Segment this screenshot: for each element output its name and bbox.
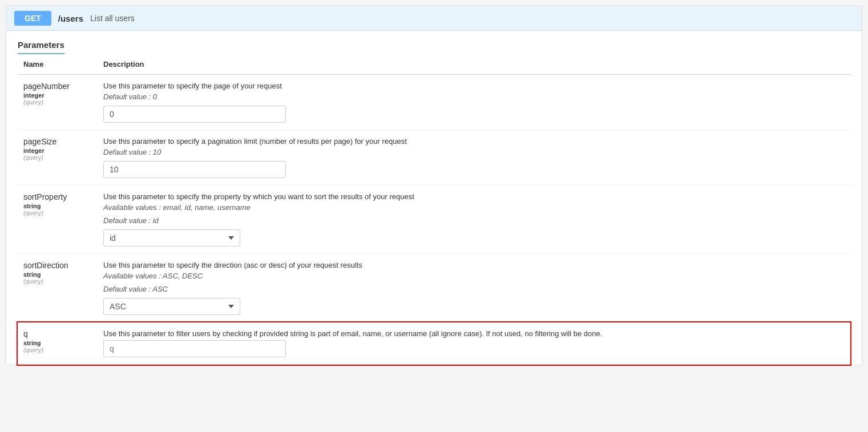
param-location: (query) (23, 154, 92, 161)
param-type: integer (23, 92, 92, 99)
param-name: q (23, 329, 92, 338)
param-name: sortDirection (23, 261, 92, 270)
param-default-value: Default value : id (103, 216, 845, 225)
param-name: pageNumber (23, 82, 92, 91)
method-badge[interactable]: GET (14, 11, 51, 26)
param-name-cell-sortProperty: sortProperty string (query) (18, 185, 98, 254)
table-row: sortProperty string (query) Use this par… (18, 185, 850, 254)
param-location: (query) (23, 99, 92, 106)
param-text-input[interactable] (103, 340, 286, 357)
param-select-input[interactable]: ASCDESC (103, 298, 240, 315)
parameters-section: Parameters Name Description pageNumber i… (6, 31, 862, 365)
param-description: Use this parameter to specify the direct… (103, 261, 845, 269)
table-row: pageNumber integer (query) Use this para… (18, 75, 850, 130)
param-type: string (23, 203, 92, 209)
param-name-cell-q: q string (query) (18, 322, 98, 365)
param-desc-cell-q: Use this parameter to filter users by ch… (98, 322, 850, 365)
param-location: (query) (23, 346, 92, 353)
endpoint-path: /users (58, 14, 83, 23)
param-text-input[interactable] (103, 106, 286, 123)
param-type: string (23, 340, 92, 346)
param-location: (query) (23, 278, 92, 285)
param-available-values: Available values : email, id, name, user… (103, 203, 845, 212)
table-header-row: Name Description (18, 54, 850, 75)
param-name-cell-pageNumber: pageNumber integer (query) (18, 75, 98, 130)
param-default-value: Default value : 0 (103, 92, 845, 101)
param-description: Use this parameter to specify the page o… (103, 82, 845, 90)
endpoint-description: List all users (90, 14, 135, 23)
param-default-value: Default value : ASC (103, 285, 845, 293)
parameters-table: Name Description pageNumber integer (que… (18, 54, 850, 365)
table-row: pageSize integer (query) Use this parame… (18, 130, 850, 185)
param-desc-cell-sortDirection: Use this parameter to specify the direct… (98, 254, 850, 322)
param-description: Use this parameter to specify the proper… (103, 192, 845, 201)
param-description: Use this parameter to filter users by ch… (103, 329, 845, 338)
param-type: integer (23, 147, 92, 154)
param-available-values: Available values : ASC, DESC (103, 272, 845, 280)
param-type: string (23, 271, 92, 278)
param-name-cell-pageSize: pageSize integer (query) (18, 130, 98, 185)
param-default-value: Default value : 10 (103, 148, 845, 156)
endpoint-header: GET /users List all users (6, 6, 862, 31)
param-description: Use this parameter to specify a paginati… (103, 137, 845, 146)
col-description-header: Description (98, 54, 850, 75)
param-name: pageSize (23, 137, 92, 146)
param-name: sortProperty (23, 192, 92, 201)
param-location: (query) (23, 209, 92, 216)
param-select-input[interactable]: idemailnameusername (103, 229, 240, 247)
param-desc-cell-sortProperty: Use this parameter to specify the proper… (98, 185, 850, 254)
col-name-header: Name (18, 54, 98, 75)
table-row: q string (query) Use this parameter to f… (18, 322, 850, 365)
param-desc-cell-pageNumber: Use this parameter to specify the page o… (98, 75, 850, 130)
api-endpoint-container: GET /users List all users Parameters Nam… (6, 6, 862, 365)
param-name-cell-sortDirection: sortDirection string (query) (18, 254, 98, 322)
param-desc-cell-pageSize: Use this parameter to specify a paginati… (98, 130, 850, 185)
param-text-input[interactable] (103, 161, 286, 178)
parameters-title: Parameters (18, 40, 64, 54)
table-row: sortDirection string (query) Use this pa… (18, 254, 850, 322)
